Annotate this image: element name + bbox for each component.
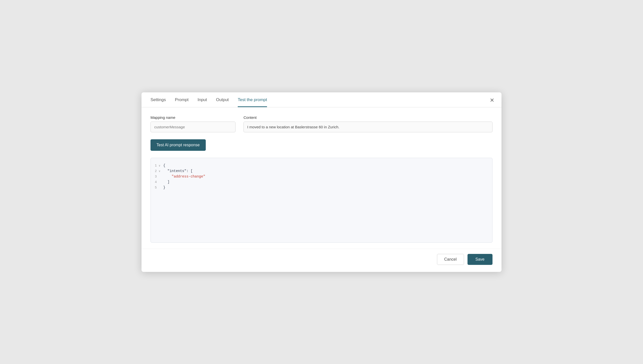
line-content-4: ]: [161, 180, 169, 184]
modal: ✕ Settings Prompt Input Output Test the …: [141, 92, 502, 272]
mapping-name-label: Mapping name: [150, 115, 236, 120]
save-button[interactable]: Save: [468, 254, 493, 265]
tab-settings[interactable]: Settings: [150, 92, 166, 107]
code-line-1: 1 ∨ {: [151, 163, 492, 168]
content-label: Content: [244, 115, 493, 120]
line-content-2: "intents": [: [161, 169, 193, 173]
content-group: Content: [244, 115, 493, 132]
tab-output[interactable]: Output: [216, 92, 229, 107]
line-number-4: 4: [151, 180, 158, 184]
line-toggle-2[interactable]: ∨: [158, 170, 161, 173]
line-toggle-4: [158, 181, 161, 184]
line-number-5: 5: [151, 186, 158, 190]
line-content-3: "address-change": [161, 174, 205, 178]
test-ai-prompt-button[interactable]: Test AI prompt response: [150, 139, 206, 151]
tab-test-the-prompt[interactable]: Test the prompt: [238, 92, 267, 107]
tab-bar: Settings Prompt Input Output Test the pr…: [141, 92, 502, 107]
cancel-button[interactable]: Cancel: [437, 254, 464, 265]
line-toggle-1[interactable]: ∨: [158, 164, 161, 167]
form-row: Mapping name Content: [150, 115, 493, 132]
line-number-1: 1: [151, 164, 158, 168]
line-number-2: 2: [151, 169, 158, 173]
close-button[interactable]: ✕: [489, 97, 496, 104]
tab-input[interactable]: Input: [197, 92, 207, 107]
tab-prompt[interactable]: Prompt: [175, 92, 188, 107]
code-line-2: 2 ∨ "intents": [: [151, 168, 492, 174]
code-line-4: 4 ]: [151, 180, 492, 185]
content-input[interactable]: [244, 122, 493, 132]
line-toggle-3: [158, 175, 161, 178]
line-toggle-5: [158, 186, 161, 189]
mapping-name-group: Mapping name: [150, 115, 236, 132]
string-value-address-change: "address-change": [172, 174, 205, 178]
code-output-viewer: 1 ∨ { 2 ∨ "intents": [ 3 "address-change…: [150, 158, 493, 243]
mapping-name-input[interactable]: [150, 122, 236, 132]
code-line-3: 3 "address-change": [151, 174, 492, 180]
code-line-5: 5 }: [151, 185, 492, 190]
line-content-5: }: [161, 186, 165, 190]
modal-body: Mapping name Content Test AI prompt resp…: [141, 107, 502, 249]
line-number-3: 3: [151, 175, 158, 178]
line-content-1: {: [161, 164, 165, 168]
modal-footer: Cancel Save: [141, 249, 502, 272]
